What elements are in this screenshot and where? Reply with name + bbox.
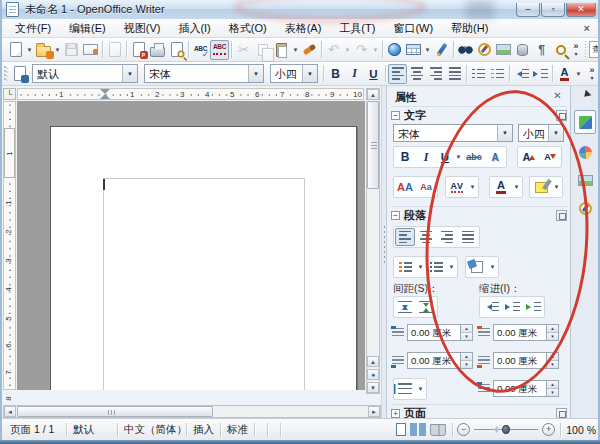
find-replace-icon[interactable] [456, 40, 475, 60]
cut-icon[interactable]: ✂ [234, 40, 253, 60]
align-right-icon[interactable] [426, 64, 445, 84]
next-page-icon[interactable]: ▼ [367, 382, 379, 393]
tab-properties[interactable] [574, 110, 596, 134]
redo-icon[interactable]: ↷ [352, 40, 371, 60]
hyperlink-icon[interactable] [385, 40, 404, 60]
font-size-dropdown-icon[interactable]: ▼ [302, 65, 317, 82]
font-color-icon[interactable]: A [555, 64, 574, 84]
collapse-icon[interactable]: − [391, 111, 400, 120]
italic-icon[interactable]: I [345, 64, 364, 84]
collapse-icon[interactable]: − [391, 211, 400, 220]
insert-mode-status[interactable]: 插入 [187, 423, 220, 437]
draw-functions-icon[interactable] [432, 40, 451, 60]
zoom-in-icon[interactable]: + [542, 423, 555, 436]
menu-item-help[interactable]: 帮助(H) [442, 19, 497, 38]
open-icon[interactable] [34, 40, 53, 60]
zoom-out-icon[interactable]: − [457, 423, 470, 436]
email-document-icon[interactable] [81, 40, 100, 60]
left-indent-marker[interactable] [100, 89, 110, 99]
menu-item-format[interactable]: 格式(O) [220, 19, 276, 38]
navigator-icon[interactable] [475, 40, 494, 60]
vertical-ruler[interactable]: 1 1 2 3 4 5 6 7 8 [3, 101, 16, 390]
numbered-list-icon[interactable] [469, 64, 488, 84]
font-size-combobox[interactable]: 小四 ▼ [270, 64, 318, 83]
toolbar-overflow-button[interactable]: »▾ [586, 66, 598, 81]
paragraph-style-combobox[interactable]: 默认 ▼ [32, 64, 138, 83]
page-dialog-launcher-icon[interactable] [556, 408, 567, 419]
uppercase-icon[interactable]: AA [395, 178, 415, 196]
formatting-marks-icon[interactable]: ¶ [532, 40, 551, 60]
page-preview-icon[interactable] [167, 40, 186, 60]
vertical-scrollbar[interactable]: ▲ ▲ ● ▼ [366, 88, 380, 394]
align-left-icon[interactable] [395, 228, 415, 246]
scroll-left-icon[interactable]: ◄ [4, 406, 16, 417]
page-style-status[interactable]: 默认 [67, 423, 117, 437]
styles-panel-icon[interactable] [10, 64, 29, 84]
page-count-status[interactable]: 页面 1 / 1 [4, 423, 66, 437]
align-left-icon[interactable] [388, 64, 407, 84]
open-dropdown-icon[interactable]: ▼ [53, 40, 62, 60]
first-line-indent-spinner[interactable]: ▲▼ [546, 381, 558, 396]
horizontal-ruler[interactable]: 1 1 2 3 4 5 6 7 8 9 10 [17, 88, 364, 100]
paragraph-style-dropdown-icon[interactable]: ▼ [122, 65, 137, 82]
clone-formatting-icon[interactable] [300, 40, 319, 60]
bullet-list-icon[interactable] [395, 258, 415, 276]
scroll-up-icon[interactable]: ▲ [367, 89, 379, 100]
selection-mode-status[interactable]: 标准 [221, 423, 254, 437]
book-view-icon[interactable] [430, 424, 446, 436]
bullet-list-dropdown-icon[interactable]: ▼ [416, 258, 425, 276]
align-justify-icon[interactable] [445, 64, 464, 84]
decrease-indent-icon[interactable] [512, 64, 531, 84]
sidebar-menu-icon[interactable] [574, 88, 596, 104]
menu-item-edit[interactable]: 编辑(E) [60, 19, 115, 38]
export-pdf-icon[interactable]: P [129, 40, 148, 60]
font-name-combobox[interactable]: 宋体 ▼ [144, 64, 264, 83]
previous-page-icon[interactable]: ▲ [367, 356, 379, 367]
maximize-button[interactable]: ▫ [541, 3, 565, 17]
scroll-right-icon[interactable]: ► [368, 406, 380, 417]
sidebar-close-icon[interactable]: ✕ [551, 89, 564, 102]
toolbar-grip[interactable] [4, 66, 8, 82]
document-canvas[interactable] [17, 101, 365, 390]
language-status[interactable]: 中文（简体） [118, 423, 186, 437]
insert-table-dropdown-icon[interactable]: ▼ [423, 40, 432, 60]
paste-icon[interactable] [272, 40, 291, 60]
menu-item-window[interactable]: 窗口(W) [384, 19, 442, 38]
tab-stop-selector[interactable]: └ [3, 88, 16, 100]
minimize-button[interactable]: – [516, 3, 540, 17]
new-document-icon[interactable] [6, 40, 25, 60]
auto-spellcheck-icon[interactable]: ABC [210, 40, 229, 60]
multi-page-view-icon[interactable] [410, 423, 426, 436]
new-document-dropdown-icon[interactable]: ▼ [25, 40, 34, 60]
gallery-icon[interactable] [494, 40, 513, 60]
increase-indent-icon[interactable] [531, 64, 550, 84]
bullet-list-icon[interactable] [488, 64, 507, 84]
paste-dropdown-icon[interactable]: ▼ [291, 40, 300, 60]
zoom-level-status[interactable]: 100 % [566, 424, 596, 436]
underline-icon[interactable]: U [364, 64, 383, 84]
menu-item-file[interactable]: 文件(F) [6, 19, 60, 38]
undo-dropdown-icon[interactable]: ▼ [343, 40, 352, 60]
bold-icon[interactable]: B [326, 64, 345, 84]
expand-icon[interactable]: + [391, 409, 400, 418]
document-page[interactable] [50, 126, 357, 390]
print-icon[interactable] [148, 40, 167, 60]
zoom-slider-thumb[interactable] [502, 425, 510, 434]
italic-icon[interactable]: I [416, 148, 436, 166]
navigation-icon[interactable]: ● [367, 369, 379, 380]
copy-icon[interactable] [253, 40, 272, 60]
redo-dropdown-icon[interactable]: ▼ [371, 40, 380, 60]
undo-icon[interactable]: ↶ [324, 40, 343, 60]
font-color-dropdown-icon[interactable]: ▼ [574, 64, 583, 84]
horizontal-scrollbar[interactable]: ◄ ► [3, 405, 381, 418]
zoom-slider[interactable] [474, 429, 538, 430]
zoom-icon[interactable] [551, 40, 570, 60]
single-page-view-icon[interactable] [396, 423, 406, 436]
data-sources-icon[interactable] [513, 40, 532, 60]
font-name-dropdown-icon[interactable]: ▼ [248, 65, 263, 82]
vertical-scroll-thumb[interactable] [367, 101, 379, 189]
menu-item-view[interactable]: 视图(V) [115, 19, 170, 38]
line-spacing-icon[interactable] [395, 380, 415, 398]
toolbar-overflow-button[interactable]: »▾ [570, 42, 582, 57]
bold-icon[interactable]: B [395, 148, 415, 166]
